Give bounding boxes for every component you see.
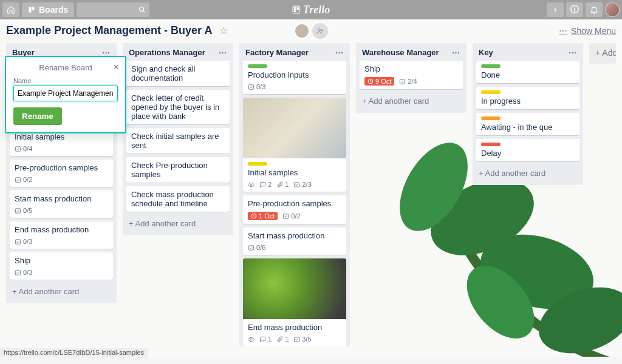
checklist-badge: 0/6 <box>248 244 265 251</box>
info-button[interactable]: ⓘ <box>566 2 583 17</box>
card-badges: 0/6 <box>248 244 341 251</box>
card[interactable]: End mass production 0/3 <box>10 221 113 249</box>
card[interactable]: Delay <box>476 139 579 161</box>
home-button[interactable] <box>2 2 19 17</box>
show-menu-button[interactable]: ⋯ Show Menu <box>559 26 616 36</box>
list-title[interactable]: Operations Manager <box>129 48 205 57</box>
svg-rect-24 <box>284 214 289 218</box>
watch-badge <box>248 181 255 188</box>
ellipsis-icon: ⋯ <box>559 26 567 36</box>
svg-point-26 <box>250 339 252 340</box>
plus-icon: + <box>553 5 558 15</box>
svg-rect-1 <box>32 7 35 10</box>
svg-rect-25 <box>248 245 253 249</box>
card[interactable]: Awaiting - in the que <box>476 113 579 135</box>
card-label <box>248 64 267 68</box>
card-title: Pre-production samples <box>15 163 108 172</box>
svg-point-21 <box>250 184 252 186</box>
due-date-badge: 9 Oct <box>364 77 394 86</box>
list-menu-button[interactable]: ⋯ <box>569 48 577 57</box>
card-label <box>481 143 501 146</box>
checklist-badge: 0/5 <box>15 207 32 214</box>
card[interactable]: Start mass production 0/5 <box>10 190 113 218</box>
card[interactable]: End mass production 1 1 3/5 <box>243 258 346 346</box>
card[interactable]: In progress <box>476 87 579 109</box>
card[interactable]: Initial samples 2 1 2/3 <box>243 98 346 192</box>
rename-button[interactable]: Rename <box>13 107 62 125</box>
list-title[interactable]: Warehouse Manager <box>362 48 439 57</box>
svg-rect-22 <box>295 182 299 186</box>
card-cover-image <box>243 98 346 158</box>
card[interactable]: Check letter of credit opened by the buy… <box>126 90 230 124</box>
list-title[interactable]: Factory Manager <box>245 48 309 57</box>
card-title: Initial samples <box>15 132 108 141</box>
card-title: Check Pre-production samples <box>131 161 225 179</box>
board-title[interactable]: Example Project Management - Buyer A <box>6 24 212 37</box>
list-menu-button[interactable]: ⋯ <box>335 48 344 57</box>
create-button[interactable]: + <box>547 2 564 17</box>
card[interactable]: Ship 9 Oct 2/4 <box>360 61 463 89</box>
list-title[interactable]: Key <box>479 48 493 57</box>
list-menu-button[interactable]: ⋯ <box>219 48 227 57</box>
card[interactable]: Sign and check all documentation <box>126 61 230 86</box>
card-badges: 0/3 <box>248 83 341 90</box>
svg-rect-18 <box>15 239 20 243</box>
add-member-button[interactable] <box>312 23 328 39</box>
svg-rect-15 <box>15 146 20 150</box>
star-button[interactable]: ☆ <box>219 25 228 36</box>
comments-badge: 2 <box>259 181 272 188</box>
attachments-badge: 1 <box>276 335 289 343</box>
card-title: Ship <box>15 256 108 265</box>
logo: Trello <box>292 4 330 16</box>
add-card-button[interactable]: + Add another card <box>476 165 579 181</box>
card[interactable]: Pre-production samples 1 Oct 0/2 <box>243 195 346 224</box>
list: Key ⋯ DoneIn progressAwaiting - in the q… <box>473 43 583 185</box>
member-avatar[interactable] <box>294 23 310 39</box>
user-avatar[interactable] <box>605 2 620 17</box>
board: Example Project Management - Buyer A ☆ ⋯… <box>0 19 622 357</box>
add-card-button[interactable]: + Add another card <box>360 93 463 109</box>
card[interactable]: Pre-production samples 0/2 <box>10 160 113 187</box>
checklist-badge: 2/3 <box>293 181 311 188</box>
card-cover-image <box>243 258 346 319</box>
board-name-input[interactable] <box>13 86 118 101</box>
popover-title: Rename Board <box>39 63 92 72</box>
checklist-badge: 0/2 <box>282 212 300 220</box>
checklist-badge: 0/2 <box>15 176 32 183</box>
add-card-button[interactable]: + Add another card <box>126 215 230 232</box>
svg-rect-19 <box>15 270 20 274</box>
card-badges: 1 Oct 0/2 <box>248 212 341 220</box>
card[interactable]: Check mass production schedule and timel… <box>126 186 230 212</box>
trello-logo-icon <box>292 5 301 14</box>
watch-badge <box>248 336 255 343</box>
svg-rect-20 <box>248 84 253 89</box>
add-list-button[interactable]: + Add an... <box>589 43 616 64</box>
list-menu-button[interactable]: ⋯ <box>452 48 460 57</box>
card[interactable]: Check Pre-production samples <box>126 157 230 183</box>
card-title: Check letter of credit opened by the buy… <box>131 93 225 121</box>
card-title: Sign and check all documentation <box>131 64 225 83</box>
name-field-label: Name <box>13 77 118 84</box>
card[interactable]: Check initial samples are sent <box>126 128 230 153</box>
boards-button[interactable]: Boards <box>22 2 74 17</box>
card-title: Ship <box>364 64 458 73</box>
card-badges: 0/3 <box>15 238 108 245</box>
card-badges: 9 Oct 2/4 <box>364 77 458 86</box>
attachments-badge: 1 <box>276 181 289 188</box>
card-badges: 0/3 <box>15 269 108 276</box>
search-input[interactable] <box>77 2 149 17</box>
card-title: Pre-production samples <box>248 199 341 208</box>
card[interactable]: Production inputs 0/3 <box>243 61 346 94</box>
svg-rect-27 <box>295 337 299 341</box>
boards-icon <box>28 6 35 13</box>
close-icon[interactable]: × <box>114 62 119 73</box>
add-card-button[interactable]: + Add another card <box>10 283 113 300</box>
card-label <box>481 64 501 68</box>
home-icon <box>7 5 15 14</box>
card[interactable]: Done <box>476 61 579 83</box>
card[interactable]: Ship 0/3 <box>10 252 113 280</box>
notifications-button[interactable] <box>586 2 603 17</box>
card[interactable]: Start mass production 0/6 <box>243 228 346 255</box>
checklist-badge: 0/3 <box>15 269 32 276</box>
due-date-badge: 1 Oct <box>248 212 278 220</box>
